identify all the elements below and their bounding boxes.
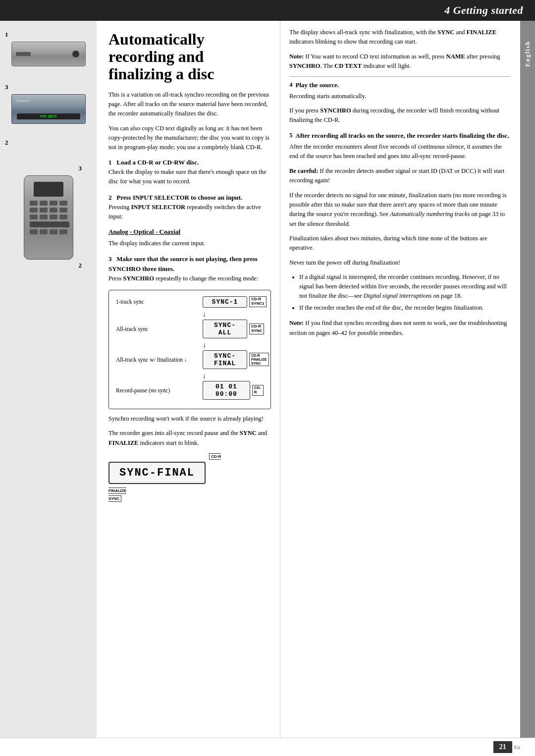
intro-para-1: This is a variation on all-track synchro… [108,90,271,119]
step-5-becareful: Be careful: If the recorder detects anot… [289,166,510,186]
remote-btn-8 [59,208,67,213]
sync-row-4: Record-pause (no sync) 01 01 00:00 CD-R [116,381,264,400]
step-4-title: Play the source. [296,81,339,90]
right-intro: The display shows all-track sync with fi… [289,28,510,47]
sync-box-2: SYNC-ALL [203,320,247,338]
remote-btn-lg-4 [59,221,69,227]
remote-btn-12 [59,215,67,219]
header-title: 4 Getting started [444,4,523,16]
left-sidebar: 1 3 Pioneer PDR-W839 2 3 [0,21,97,738]
intro-para-2: You can also copy CD text digitally as l… [108,124,271,153]
page-header: 4 Getting started [0,0,535,21]
step-5-body-4: Never turn the power off during finaliza… [289,258,510,268]
remote-buttons [24,201,73,234]
step-3-number: 3 [108,255,112,263]
step-3-sub: Press SYNCHRO repeatedly to change the r… [108,274,271,283]
step-2-number: 2 [108,194,112,201]
device-img-1 [11,42,86,66]
device-img-2: Pioneer PDR-W839 [11,94,86,124]
device-label-1: 1 [5,31,8,39]
sync-final-large-container: SYNC-FINAL CD-RFINALIZESYNC [108,455,271,505]
sync-box-3: SYNC-FINAL [203,350,247,369]
step-5-block: 5 After recording all tracks on the sour… [289,131,510,313]
remote-btn-lg-1 [30,221,40,227]
step-4-block: 4 Play the source. Recording starts auto… [289,81,510,125]
step-4-body-2: If you press SYNCHRO during recording, t… [289,106,510,125]
sync-badge-4: CD-R [252,385,264,396]
step-3-block: 3 Make sure that the source is not playi… [108,254,271,505]
remote-btn-13 [30,229,38,234]
sync-note-2: The recorder goes into all-sync record p… [108,429,271,448]
step-1-body: Check the display to make sure that ther… [108,167,271,187]
device-label-2: 3 [5,83,8,91]
step-3-title: Make sure that the source is not playing… [108,255,258,272]
arrow-3: ↓ [203,372,264,380]
remote-btn-5 [30,208,38,213]
sync-badge-1: CD-RSYNC1 [249,296,267,307]
remote-btn-11 [50,215,57,219]
remote-btn-2 [40,201,48,206]
remote-btn-3 [50,201,57,206]
remote-btn-9 [30,215,38,219]
step-5-body-2: If the recorder detects no signal for on… [289,191,510,229]
divider-1 [289,76,510,77]
right-content: The display shows all-track sync with fi… [280,21,520,738]
remote-btn-6 [40,208,48,213]
step-2-title: Press INPUT SELECTOR to choose an input. [116,194,242,201]
sync-row-2: All-track sync SYNC-ALL CD-RSYNC [116,320,264,338]
sync-box-1: SYNC-1 [203,296,247,308]
step-4-heading: 4 Play the source. [289,81,510,90]
bullet-1: If a digital signal is interrupted, the … [299,272,510,300]
content-area: Automatically recording and finalizing a… [97,21,520,738]
sync-label-2: All-track sync [116,326,203,332]
step-2-display: The display indicates the current input. [108,239,271,248]
device-image-remote: 3 [5,164,92,272]
remote-btn-lg-2 [40,221,50,227]
sync-final-large: SYNC-FINAL [108,462,206,484]
sync-diagram: 1-track sync SYNC-1 CD-RSYNC1 ↓ All-trac… [108,290,271,409]
sync-label-3: All-track sync w/ finalization ↓ [116,357,203,363]
step-1-block: 1 Load a CD-R or CD-RW disc. Check the d… [108,158,271,187]
sync-row-3: All-track sync w/ finalization ↓ SYNC-FI… [116,350,264,369]
analog-heading: Analog - Optical - Coaxial [108,227,271,237]
step-5-title: After recording all tracks on the source… [296,131,509,140]
step-4-body-1: Recording starts automatically. [289,92,510,101]
page-en-label: En [514,744,520,750]
bullet-2: If the recorder reaches the end of the d… [299,303,510,313]
main-layout: 1 3 Pioneer PDR-W839 2 3 [0,21,535,738]
step-5-body-1: After the recorder encounters about five… [289,142,510,162]
step-1-title: Load a CD-R or CD-RW disc. [116,159,199,166]
step-5-number: 5 [289,131,293,139]
device-img-remote [24,175,73,260]
sync-box-4: 01 01 00:00 [203,381,250,400]
final-note: Note: If you find that synchro recording… [289,319,510,338]
remote-btn-lg-3 [50,221,59,227]
sync-label-1: 1-track sync [116,299,203,305]
device-label-4: 3 [79,164,82,172]
step-4-number: 4 [289,81,293,89]
remote-btn-4 [59,201,67,206]
step-2-block: 2 Press INPUT SELECTOR to choose an inpu… [108,193,271,248]
page-title: Automatically recording and finalizing a… [108,31,271,83]
device-image-1: 1 [5,31,92,68]
remote-btn-1 [30,201,38,206]
arrow-2: ↓ [203,341,264,349]
step-3-heading: 3 Make sure that the source is not playi… [108,254,271,274]
device-image-2: 3 Pioneer PDR-W839 [5,83,92,124]
sync-row-1: 1-track sync SYNC-1 CD-RSYNC1 [116,296,264,308]
step-2-sub: Pressing INPUT SELECTOR repeatedly switc… [108,203,271,222]
page-footer: 21 En [0,738,535,756]
remote-btn-10 [40,215,48,219]
step-1-heading: 1 Load a CD-R or CD-RW disc. [108,158,271,167]
device-label-5: 2 [79,262,82,270]
right-sidebar: English [520,21,535,738]
english-label: English [524,41,532,67]
note-block: Note: If You want to record CD text info… [289,52,510,71]
remote-btn-15 [50,229,57,234]
sync-label-4: Record-pause (no sync) [116,387,203,393]
step-1-number: 1 [108,159,112,166]
remote-screen [34,182,63,197]
page-number: 21 [493,741,512,753]
step-5-bullets: If a digital signal is interrupted, the … [299,272,510,313]
sync-note-1: Synchro recording won't work if the sour… [108,414,271,424]
